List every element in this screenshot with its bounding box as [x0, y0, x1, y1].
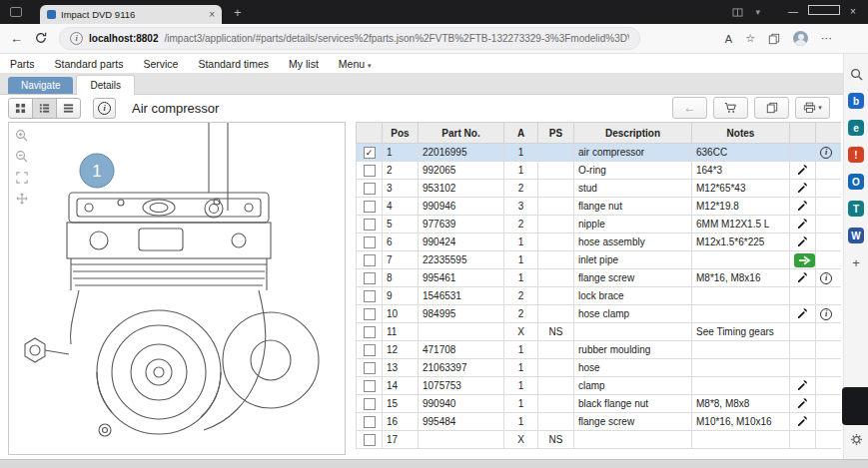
previous-button[interactable]: ←	[672, 97, 707, 119]
wrench-icon[interactable]	[797, 415, 808, 426]
menu-item-service[interactable]: Service	[143, 58, 178, 70]
grid-view-button[interactable]	[8, 98, 33, 119]
row-checkbox[interactable]	[364, 272, 376, 284]
zoom-out-button[interactable]	[13, 148, 30, 165]
tab-details[interactable]: Details	[76, 75, 135, 95]
search-icon[interactable]	[848, 66, 864, 82]
table-row[interactable]: 39531022studM12*65*43	[357, 180, 842, 198]
wrench-icon[interactable]	[797, 235, 808, 246]
print-button[interactable]: ▾	[795, 97, 830, 119]
row-checkbox[interactable]	[364, 344, 376, 356]
titlebar-caret-icon[interactable]: ▾	[755, 7, 760, 17]
wrench-icon[interactable]	[797, 397, 808, 408]
cell-pos: 1	[383, 144, 419, 162]
row-checkbox[interactable]: ✓	[364, 147, 376, 159]
table-row[interactable]: 49909463flange nutM12*19.8	[357, 198, 842, 216]
table-row[interactable]: 11XNSSee Timing gears	[357, 323, 842, 341]
teams-icon[interactable]: T	[848, 201, 864, 217]
menu-item-my-list[interactable]: My list	[289, 58, 319, 70]
table-row[interactable]: 69904241hose assemblyM12x1.5*6*225	[357, 234, 842, 251]
tab-navigate[interactable]: Navigate	[8, 77, 73, 94]
wrench-icon[interactable]	[797, 164, 808, 175]
tab-close-icon[interactable]: ×	[209, 9, 215, 20]
outlook-icon[interactable]: O	[848, 174, 864, 190]
back-button[interactable]: ←	[10, 31, 23, 46]
table-row[interactable]: 13210633971hose	[357, 359, 842, 377]
site-info-icon[interactable]: i	[70, 32, 83, 45]
menu-item-standard-parts[interactable]: Standard parts	[55, 58, 124, 70]
table-row[interactable]: 29920651O-ring164*3	[357, 162, 842, 180]
row-checkbox[interactable]	[364, 183, 376, 195]
browser-tab[interactable]: Impact DVD 9116 ×	[40, 5, 222, 24]
table-row[interactable]: 124717081rubber moulding	[357, 341, 842, 359]
split-screen-icon[interactable]	[732, 8, 743, 17]
table-row[interactable]: 1410757531clamp	[357, 377, 842, 395]
cart-button[interactable]	[713, 97, 748, 119]
settings-button[interactable]	[850, 432, 863, 450]
table-row[interactable]: 109849952hose clampi	[357, 305, 842, 323]
table-row[interactable]: 17XNS	[357, 431, 842, 449]
info-button[interactable]: i	[93, 98, 116, 119]
table-row[interactable]: ✓1220169951air compressor636CCi	[357, 144, 842, 162]
row-checkbox[interactable]	[364, 219, 376, 231]
list-view-button[interactable]	[56, 98, 81, 119]
info-icon[interactable]: i	[820, 272, 832, 284]
table-row[interactable]: 59776392nipple6MM M12X1.5 L	[357, 216, 842, 234]
menu-item-standard-times[interactable]: Standard times	[198, 58, 269, 70]
row-checkbox[interactable]	[364, 201, 376, 213]
info-icon[interactable]: i	[820, 147, 832, 159]
pip-video-overlay[interactable]	[842, 387, 868, 425]
table-row[interactable]: 89954611flange screwM8*16, M8x16i	[357, 269, 842, 287]
table-row[interactable]: 915465312lock brace	[357, 287, 842, 305]
menu-item-menu[interactable]: Menu▾	[339, 58, 372, 70]
fit-view-button[interactable]	[13, 169, 30, 186]
row-checkbox[interactable]	[364, 290, 376, 302]
refresh-button[interactable]	[35, 30, 47, 48]
collections-icon[interactable]	[768, 33, 780, 45]
table-row[interactable]: 7223355951inlet pipe	[357, 251, 842, 269]
pan-button[interactable]	[13, 190, 30, 207]
wrench-icon[interactable]	[797, 218, 808, 229]
edge-tools-icon[interactable]: e	[848, 120, 864, 136]
wrench-icon[interactable]	[797, 307, 808, 318]
row-checkbox[interactable]	[364, 236, 376, 248]
alerts-icon[interactable]: !	[848, 147, 864, 163]
wrench-icon[interactable]	[797, 379, 808, 390]
read-aloud-icon[interactable]: A	[725, 33, 732, 45]
wrench-icon[interactable]	[797, 200, 808, 211]
copilot-icon[interactable]: b	[848, 93, 864, 109]
row-checkbox[interactable]	[364, 362, 376, 374]
row-checkbox[interactable]	[364, 434, 376, 446]
wrench-icon[interactable]	[797, 182, 808, 193]
row-checkbox[interactable]	[364, 308, 376, 320]
row-checkbox[interactable]	[364, 326, 376, 338]
drawing-panel[interactable]: 1	[8, 122, 346, 455]
row-checkbox[interactable]	[364, 380, 376, 392]
row-checkbox[interactable]	[364, 254, 376, 266]
zoom-in-button[interactable]	[13, 127, 30, 144]
add-sidebar-icon[interactable]: +	[848, 254, 864, 270]
tab-search-icon[interactable]	[10, 7, 22, 17]
table-row[interactable]: 169954841flange screwM10*16, M10x16	[357, 413, 842, 431]
row-checkbox[interactable]	[364, 165, 376, 177]
import-arrow-button[interactable]	[794, 253, 815, 267]
word-icon[interactable]: W	[848, 228, 864, 243]
maximize-button[interactable]	[808, 0, 838, 24]
minimize-button[interactable]: —	[778, 0, 808, 24]
favorites-star-icon[interactable]: ☆	[745, 32, 755, 45]
exploded-view-drawing[interactable]: 1	[9, 123, 345, 454]
menu-item-parts[interactable]: Parts	[10, 58, 35, 70]
row-checkbox[interactable]	[364, 416, 376, 428]
callout-balloon-1[interactable]: 1	[80, 154, 114, 188]
table-row[interactable]: 159909401black flange nutM8*8, M8x8	[357, 395, 842, 413]
row-checkbox[interactable]	[364, 398, 376, 410]
address-bar[interactable]: i localhost:8802 /impact3/application/#p…	[59, 27, 640, 50]
close-button[interactable]: ×	[838, 0, 868, 24]
new-tab-button[interactable]: +	[234, 5, 242, 20]
detail-list-view-button[interactable]	[32, 98, 57, 119]
settings-ellipsis-icon[interactable]: ⋯	[821, 32, 832, 45]
profile-avatar[interactable]	[793, 31, 808, 46]
copy-button[interactable]	[754, 97, 789, 119]
wrench-icon[interactable]	[797, 271, 808, 282]
info-icon[interactable]: i	[820, 308, 832, 320]
